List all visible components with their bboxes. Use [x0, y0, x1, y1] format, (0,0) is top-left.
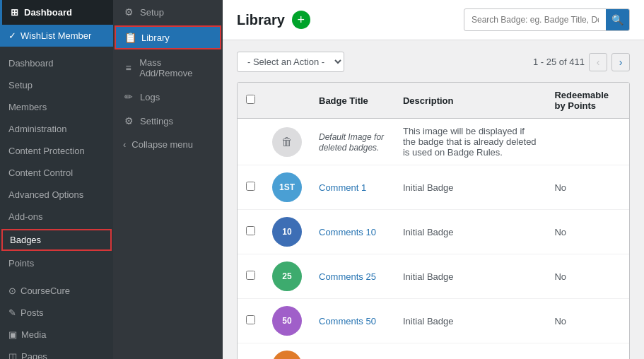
badge-title-cell: Comments 10 — [310, 210, 394, 254]
sidebar-item-setup[interactable]: Setup — [0, 74, 113, 96]
badge-description-cell: Initial Badge — [394, 165, 546, 210]
badge-description-cell: Initial Badge — [394, 299, 546, 343]
redeemable-cell: No — [546, 343, 629, 360]
col-badge-title: Badge Title — [310, 83, 394, 119]
badge-circle-icon: 25 — [272, 261, 302, 291]
table-row: 25Comments 25Initial BadgeNo — [238, 254, 629, 299]
mass-add-icon: ≡ — [123, 62, 134, 73]
chevron-left-icon: ‹ — [123, 139, 126, 150]
row-checkbox[interactable] — [246, 182, 255, 191]
page-header: Library + 🔍 — [223, 0, 644, 40]
badge-circle-icon: 1ST — [272, 172, 302, 202]
plugin-sub-sidebar: ⚙ Setup 📋 Library ≡ Mass Add/Remove ✏ Lo… — [113, 0, 223, 359]
row-checkbox[interactable] — [246, 315, 255, 324]
redeemable-cell: No — [546, 299, 629, 343]
sidebar-item-content-control[interactable]: Content Control — [0, 162, 113, 184]
row-checkbox-cell — [238, 165, 264, 210]
sidebar-item-administration[interactable]: Administration — [0, 118, 113, 140]
badges-table: Badge Title Description Redeemable by Po… — [238, 83, 629, 359]
badge-description-cell: Initial Badge — [394, 343, 546, 360]
badge-icon-cell: 1ST — [264, 165, 310, 210]
plugin-menu-settings[interactable]: ⚙ Settings — [113, 109, 223, 133]
table-row: 50Comments 50Initial BadgeNo — [238, 299, 629, 343]
sidebar-item-pages[interactable]: ◫ Pages — [0, 346, 113, 359]
pages-icon: ◫ — [8, 351, 17, 359]
content-area: - Select an Action - Delete 1 - 25 of 41… — [223, 40, 644, 359]
sidebar-item-addons[interactable]: Add-ons — [0, 206, 113, 228]
sidebar-item-badges[interactable]: Badges — [1, 229, 112, 251]
logs-icon: ✏ — [123, 91, 134, 102]
badge-title-cell: Comments 50 — [310, 299, 394, 343]
badge-title-link[interactable]: Comments 50 — [319, 316, 376, 326]
sidebar-item-members[interactable]: Members — [0, 96, 113, 118]
badge-icon-cell: 🗑 — [264, 119, 310, 165]
plugin-menu-library[interactable]: 📋 Library — [115, 25, 221, 49]
col-icon — [264, 83, 310, 119]
search-input[interactable] — [464, 11, 606, 29]
sidebar-item-advanced-options[interactable]: Advanced Options — [0, 184, 113, 206]
main-sidebar: ⊞ Dashboard ✓ WishList Member Dashboard … — [0, 0, 113, 359]
library-icon: 📋 — [124, 32, 136, 43]
plugin-menu-setup[interactable]: ⚙ Setup — [113, 0, 223, 24]
badge-title-cell: Comment 1 — [310, 165, 394, 210]
badge-icon-cell: 25 — [264, 254, 310, 299]
next-page-button[interactable]: › — [611, 53, 630, 71]
row-checkbox-cell — [238, 343, 264, 360]
deleted-badge-icon: 🗑 — [272, 127, 302, 157]
sidebar-item-points[interactable]: Points — [0, 252, 113, 274]
row-checkbox[interactable] — [246, 226, 255, 235]
dashboard-nav-item[interactable]: ⊞ Dashboard — [0, 0, 113, 25]
sidebar-item-dashboard[interactable]: Dashboard — [0, 52, 113, 74]
table-row: 10Comments 10Initial BadgeNo — [238, 210, 629, 254]
badge-circle-icon: 50 — [272, 306, 302, 336]
table-row: 1STComment 1Initial BadgeNo — [238, 165, 629, 210]
setup-icon: ⚙ — [123, 6, 134, 18]
badge-circle-icon: 100 — [272, 351, 302, 359]
prev-page-button[interactable]: ‹ — [589, 53, 607, 71]
action-select[interactable]: - Select an Action - Delete — [237, 52, 344, 72]
plugin-menu-logs[interactable]: ✏ Logs — [113, 85, 223, 109]
row-checkbox[interactable] — [246, 271, 255, 280]
table-row: 🗑Default Image for deleted badges.This i… — [238, 119, 629, 165]
deleted-badge-title: Default Image for deleted badges. — [319, 132, 384, 153]
checkmark-icon: ✓ — [8, 30, 16, 41]
dashboard-icon: ⊞ — [11, 7, 18, 18]
badge-icon-cell: 100 — [264, 343, 310, 360]
add-badge-button[interactable]: + — [292, 11, 310, 29]
sidebar-item-content-protection[interactable]: Content Protection — [0, 140, 113, 162]
select-all-checkbox[interactable] — [246, 95, 255, 104]
posts-icon: ✎ — [8, 307, 16, 318]
badge-title-link[interactable]: Comments 10 — [319, 227, 376, 237]
sidebar-item-coursecure[interactable]: ⊙ CourseCure — [0, 280, 113, 302]
col-description: Description — [394, 83, 546, 119]
badge-description-cell: Initial Badge — [394, 210, 546, 254]
sidebar-item-media[interactable]: ▣ Media — [0, 324, 113, 346]
page-title: Library — [237, 12, 285, 28]
main-content: Library + 🔍 - Select an Action - Delete … — [223, 0, 644, 359]
search-box: 🔍 — [464, 8, 630, 31]
pagination: 1 - 25 of 411 ‹ › — [533, 53, 630, 71]
wishlist-member-label: WishList Member — [21, 30, 91, 41]
badge-title-cell: Comments 100 — [310, 343, 394, 360]
plugin-menu-mass-add-remove[interactable]: ≡ Mass Add/Remove — [113, 51, 223, 85]
row-checkbox-cell — [238, 299, 264, 343]
badge-circle-icon: 10 — [272, 217, 302, 247]
badge-title-cell: Comments 25 — [310, 254, 394, 299]
table-header-row: Badge Title Description Redeemable by Po… — [238, 83, 629, 119]
dashboard-label: Dashboard — [24, 7, 72, 18]
pagination-range: 1 - 25 of 411 — [533, 57, 585, 67]
toolbar: - Select an Action - Delete 1 - 25 of 41… — [237, 52, 630, 72]
row-checkbox-cell — [238, 254, 264, 299]
badge-icon-cell: 50 — [264, 299, 310, 343]
collapse-menu-button[interactable]: ‹ Collapse menu — [113, 133, 223, 156]
sidebar-item-posts[interactable]: ✎ Posts — [0, 302, 113, 324]
col-checkbox — [238, 83, 264, 119]
badge-title-link[interactable]: Comment 1 — [319, 182, 366, 193]
row-checkbox-cell — [238, 210, 264, 254]
search-button[interactable]: 🔍 — [606, 9, 629, 30]
wishlist-member-nav-item[interactable]: ✓ WishList Member — [0, 25, 113, 47]
redeemable-cell — [546, 119, 629, 165]
badge-title-cell: Default Image for deleted badges. — [310, 119, 394, 165]
badge-title-link[interactable]: Comments 25 — [319, 271, 376, 282]
table-row: 100Comments 100Initial BadgeNo — [238, 343, 629, 360]
